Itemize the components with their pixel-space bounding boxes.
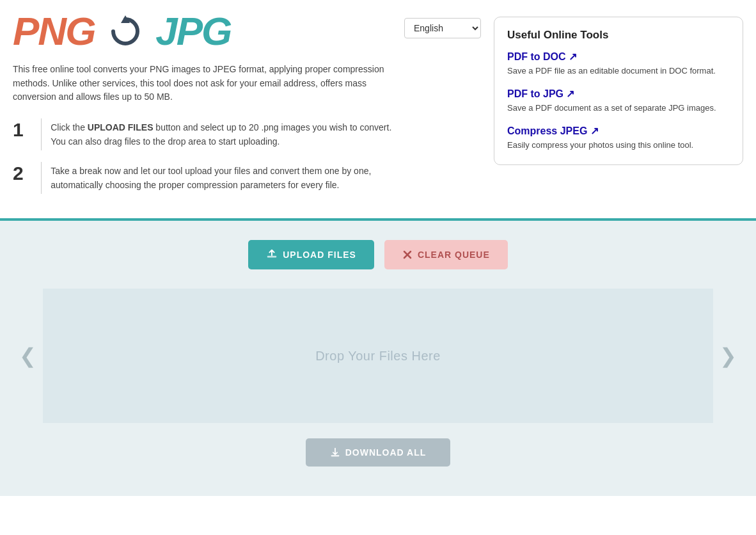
logo-png: PNG [13,12,95,51]
tool-compress-jpeg: Compress JPEG ↗ Easily compress your pho… [507,125,730,152]
drop-zone[interactable]: Drop Your Files Here [43,289,713,423]
clear-icon [402,250,413,260]
svg-rect-1 [267,256,276,258]
svg-rect-4 [331,455,339,456]
tool-compress-jpeg-desc: Easily compress your photos using this o… [507,140,693,150]
tool-pdf-to-jpg-desc: Save a PDF document as a set of separate… [507,103,716,113]
download-row: DOWNLOAD ALL [13,423,743,477]
step-1: 1 Click the UPLOAD FILES button and sele… [13,118,404,150]
upload-section: UPLOAD FILES CLEAR QUEUE ❮ Drop Your Fil… [0,221,756,496]
tool-pdf-to-doc-link[interactable]: PDF to DOC ↗ [507,51,730,63]
upload-icon [266,249,278,260]
button-row: UPLOAD FILES CLEAR QUEUE [248,240,508,269]
logo: PNG JPG [13,12,404,51]
tool-pdf-to-doc-desc: Save a PDF file as an editable document … [507,66,716,76]
step-2-number: 2 [13,162,32,185]
logo-to [97,14,153,49]
step-1-number: 1 [13,118,32,141]
language-select[interactable]: English Deutsch Français Español Portugu… [404,18,481,38]
step-2: 2 Take a break now and let our tool uplo… [13,162,404,194]
useful-tools-panel: Useful Online Tools PDF to DOC ↗ Save a … [494,17,743,165]
carousel-next-button[interactable]: ❯ [713,344,743,368]
panel-title: Useful Online Tools [507,29,730,42]
tool-compress-jpeg-link[interactable]: Compress JPEG ↗ [507,125,730,137]
step-2-divider [41,162,42,194]
logo-jpg: JPG [155,12,231,51]
step-1-divider [41,118,42,150]
language-selector-wrapper: English Deutsch Français Español Portugu… [404,12,481,38]
drop-zone-text: Drop Your Files Here [315,349,441,363]
tool-pdf-to-jpg: PDF to JPG ↗ Save a PDF document as a se… [507,88,730,115]
download-all-button[interactable]: DOWNLOAD ALL [306,438,451,467]
step-1-text: Click the UPLOAD FILES button and select… [51,118,404,148]
download-icon [330,447,340,458]
step-2-text: Take a break now and let our tool upload… [51,162,404,192]
tool-pdf-to-doc: PDF to DOC ↗ Save a PDF file as an edita… [507,51,730,77]
upload-files-button[interactable]: UPLOAD FILES [248,240,374,269]
clear-queue-button[interactable]: CLEAR QUEUE [384,240,508,269]
tool-pdf-to-jpg-link[interactable]: PDF to JPG ↗ [507,88,730,100]
logo-arrow-icon [108,14,143,49]
description-text: This free online tool converts your PNG … [13,63,404,104]
carousel-prev-button[interactable]: ❮ [13,344,43,368]
steps-list: 1 Click the UPLOAD FILES button and sele… [13,118,404,194]
drop-zone-container: ❮ Drop Your Files Here ❯ [13,289,743,423]
